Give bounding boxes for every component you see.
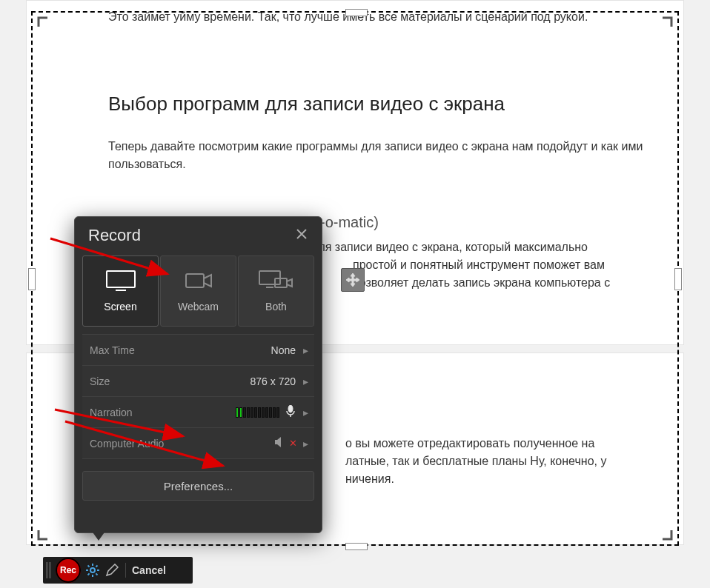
chevron-right-icon: ▸ bbox=[303, 344, 308, 356]
webcam-icon bbox=[183, 270, 214, 292]
source-both-label: Both bbox=[265, 301, 287, 313]
close-button[interactable] bbox=[295, 226, 308, 245]
popup-title: Record bbox=[88, 226, 141, 245]
popup-tail bbox=[91, 530, 106, 541]
computer-audio-label: Computer Audio bbox=[90, 438, 274, 450]
capture-handle-bottom[interactable] bbox=[345, 543, 368, 550]
audio-level-meter bbox=[236, 407, 279, 418]
svg-point-8 bbox=[90, 568, 95, 572]
source-screen-label: Screen bbox=[104, 301, 136, 313]
svg-rect-0 bbox=[107, 271, 135, 287]
microphone-icon bbox=[285, 405, 296, 419]
speaker-muted-icon bbox=[274, 437, 286, 450]
size-label: Size bbox=[90, 375, 251, 387]
toolbar-separator bbox=[125, 563, 126, 578]
tool-description-line2: простой и понятный инструмент поможет ва… bbox=[353, 256, 654, 274]
capture-move-handle[interactable] bbox=[341, 268, 365, 292]
grip-icon[interactable] bbox=[46, 562, 51, 578]
tool-description-line3: позволяет делать запись экрана компьютер… bbox=[353, 274, 654, 292]
capture-corner-top-left[interactable] bbox=[37, 16, 58, 37]
capture-corner-bottom-left[interactable] bbox=[37, 520, 58, 541]
muted-x-icon: ✕ bbox=[289, 438, 297, 449]
cancel-label: Cancel bbox=[132, 564, 166, 576]
capture-corner-top-right[interactable] bbox=[652, 16, 673, 37]
settings-gear-button[interactable] bbox=[85, 563, 100, 578]
source-webcam-button[interactable]: Webcam bbox=[160, 255, 236, 327]
capture-corner-bottom-right[interactable] bbox=[652, 520, 673, 541]
svg-point-4 bbox=[288, 405, 293, 412]
gear-icon bbox=[85, 563, 100, 578]
record-popup: Record Screen Webcam Both Max Time None bbox=[74, 216, 322, 533]
close-icon bbox=[295, 227, 308, 241]
record-label: Rec bbox=[60, 565, 76, 575]
source-screen-button[interactable]: Screen bbox=[82, 255, 159, 327]
chevron-right-icon: ▸ bbox=[303, 375, 308, 387]
chevron-right-icon: ▸ bbox=[303, 438, 308, 450]
tool-description2-line3: ничения. bbox=[345, 470, 654, 488]
max-time-row[interactable]: Max Time None ▸ bbox=[82, 335, 314, 366]
recorder-toolbar: Rec Cancel bbox=[43, 557, 193, 584]
source-both-button[interactable]: Both bbox=[238, 255, 314, 327]
cancel-button[interactable]: Cancel bbox=[132, 564, 166, 576]
max-time-label: Max Time bbox=[90, 344, 271, 356]
tool-description2-line1: о вы можете отредактировать полученное н… bbox=[345, 435, 654, 452]
size-row[interactable]: Size 876 x 720 ▸ bbox=[82, 366, 314, 397]
intro-text: Это займет уйму времени. Так, что лучше … bbox=[108, 8, 654, 26]
source-webcam-label: Webcam bbox=[178, 301, 219, 313]
narration-row[interactable]: Narration ▸ bbox=[82, 397, 314, 428]
size-value: 876 x 720 bbox=[251, 375, 296, 387]
draw-button[interactable] bbox=[104, 563, 119, 578]
max-time-value: None bbox=[271, 344, 296, 356]
preferences-button[interactable]: Preferences... bbox=[82, 471, 314, 501]
section-paragraph: Теперь давайте посмотрим какие программы… bbox=[108, 138, 654, 173]
narration-label: Narration bbox=[90, 407, 236, 418]
capture-handle-right[interactable] bbox=[674, 268, 682, 290]
preferences-label: Preferences... bbox=[164, 480, 233, 492]
monitor-icon bbox=[105, 270, 136, 292]
pencil-icon bbox=[105, 564, 119, 577]
capture-handle-left[interactable] bbox=[28, 268, 36, 290]
svg-rect-1 bbox=[186, 274, 204, 287]
section-heading: Выбор программ для записи видео с экрана bbox=[108, 93, 654, 116]
both-icon bbox=[259, 270, 294, 292]
chevron-right-icon: ▸ bbox=[303, 407, 308, 418]
tool-description2-line2: латные, так и бесплатные планы Ну, конеч… bbox=[345, 452, 654, 470]
record-button[interactable]: Rec bbox=[56, 558, 81, 583]
computer-audio-row[interactable]: Computer Audio ✕ ▸ bbox=[82, 428, 314, 459]
capture-handle-top[interactable] bbox=[345, 9, 368, 16]
move-arrows-icon bbox=[345, 273, 360, 287]
